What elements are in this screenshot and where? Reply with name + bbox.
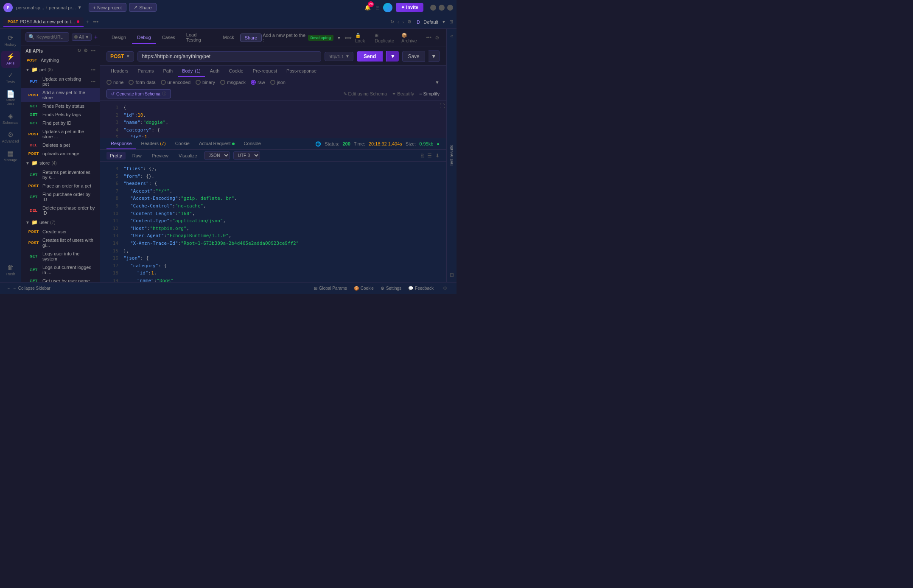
- sidebar-item-share-docs[interactable]: 📄 Share Docs: [1, 88, 20, 109]
- env-refresh-icon[interactable]: ↻: [390, 19, 394, 25]
- group-pet[interactable]: ▼ 📁 pet (8) •••: [21, 64, 100, 75]
- api-item-post-pet[interactable]: POST Add a new pet to the store: [21, 88, 100, 102]
- method-select[interactable]: POST ▼: [106, 51, 134, 62]
- layout-panel-icon[interactable]: ⊟: [447, 269, 456, 280]
- maximize-button[interactable]: [439, 5, 445, 11]
- invite-button[interactable]: ✦ Invite: [396, 3, 423, 12]
- refresh-icon[interactable]: ↻: [77, 48, 81, 53]
- format-pretty[interactable]: Pretty: [106, 152, 126, 160]
- filter-badge[interactable]: All ▼: [72, 34, 92, 41]
- radio-urlencoded[interactable]: urlencoded: [161, 80, 190, 85]
- user-avatar[interactable]: [383, 3, 392, 12]
- more-options-icon[interactable]: •••: [426, 35, 431, 41]
- collapse-sidebar-button[interactable]: ← ← Collapse Sidebar: [7, 286, 50, 291]
- settings-small-icon[interactable]: ⚙: [84, 48, 88, 53]
- radio-raw[interactable]: raw: [251, 80, 265, 85]
- save-button[interactable]: Save: [402, 51, 425, 62]
- group-store[interactable]: ▼ 📁 store (4): [21, 158, 100, 168]
- resp-tab-console[interactable]: Console: [240, 138, 265, 149]
- api-item-post-image[interactable]: POST uploads an image: [21, 149, 100, 158]
- global-params-button[interactable]: ⊞ Global Params: [314, 286, 347, 291]
- api-item-get-pet-id[interactable]: GET Find pet by ID: [21, 119, 100, 127]
- copy-icon[interactable]: ⎘: [421, 153, 424, 159]
- radio-binary[interactable]: binary: [196, 80, 215, 85]
- breadcrumb-project[interactable]: personal pr...: [49, 5, 76, 10]
- format-preview[interactable]: Preview: [148, 152, 172, 160]
- url-input[interactable]: [137, 51, 322, 62]
- active-tab[interactable]: POST POST Add a new pet to t...: [3, 17, 84, 27]
- env-badge[interactable]: Developing: [308, 35, 334, 41]
- tab-path[interactable]: Path: [159, 66, 177, 77]
- api-item-post-users-list[interactable]: POST Creates list of users with gi...: [21, 236, 100, 249]
- breadcrumb-workspace[interactable]: personal sp...: [16, 5, 44, 10]
- sidebar-add-button[interactable]: +: [94, 34, 98, 40]
- api-item-get-login[interactable]: GET Logs user into the system: [21, 249, 100, 263]
- cookie-button[interactable]: 🍪 Cookie: [354, 286, 374, 291]
- item-more-icon[interactable]: •••: [91, 79, 95, 84]
- api-item-get-logout[interactable]: GET Logs out current logged in ...: [21, 263, 100, 277]
- new-tab-button[interactable]: +: [84, 17, 91, 27]
- minimize-button[interactable]: [430, 5, 436, 11]
- api-item-get-order[interactable]: GET Find purchase order by ID: [21, 190, 100, 204]
- lock-btn[interactable]: 🔒 Lock: [355, 33, 371, 43]
- http-version-select[interactable]: http/1.1 ▼: [325, 52, 353, 61]
- encoding-select[interactable]: JSON: [204, 151, 230, 160]
- expand-button[interactable]: ⛶: [440, 102, 445, 110]
- send-dropdown-button[interactable]: ▼: [386, 51, 399, 62]
- generate-schema-button[interactable]: ↺ Generate from Schema ⓘ: [106, 89, 171, 98]
- edit-schema-button[interactable]: ✎ Edit using Schema: [343, 91, 387, 97]
- sidebar-item-trash[interactable]: 🗑 Trash: [1, 262, 20, 279]
- sidebar-item-tests[interactable]: ✓ Tests: [1, 70, 20, 87]
- new-project-button[interactable]: + New project: [89, 3, 127, 12]
- sidebar-item-manage[interactable]: ▦ Manage: [1, 148, 20, 165]
- tab-body[interactable]: Body (1): [178, 66, 205, 77]
- beautify-button[interactable]: ✦ Beautify: [392, 91, 414, 97]
- api-item-get-pets-tags[interactable]: GET Finds Pets by tags: [21, 110, 100, 119]
- env-select[interactable]: Default: [423, 20, 438, 25]
- download-icon[interactable]: ⬇: [435, 153, 440, 159]
- resp-tab-cookie[interactable]: Cookie: [171, 138, 194, 149]
- api-item-get-pets-status[interactable]: GET Finds Pets by status: [21, 102, 100, 110]
- sidebar-item-history[interactable]: ⟳ History: [1, 32, 20, 49]
- api-item-put-pet[interactable]: PUT Update an existing pet •••: [21, 75, 100, 88]
- bottom-settings-icon[interactable]: ⚙: [440, 283, 450, 294]
- archive-btn[interactable]: 📦 Archive: [401, 33, 423, 43]
- sidebar-item-apis[interactable]: ⚡ APIs: [1, 51, 20, 68]
- sidebar-item-advanced[interactable]: ⚙ Advanced: [1, 129, 20, 146]
- layout-options-icon[interactable]: ⊞: [449, 19, 453, 25]
- group-more-icon[interactable]: •••: [91, 67, 95, 72]
- send-button[interactable]: Send: [357, 51, 383, 62]
- tab-auth[interactable]: Auth: [206, 66, 224, 77]
- notification-bell[interactable]: 🔔 28: [363, 3, 372, 12]
- list-icon[interactable]: ☰: [427, 153, 432, 159]
- resp-tab-actual-request[interactable]: Actual Request: [195, 138, 239, 149]
- radio-msgpack[interactable]: msgpack: [220, 80, 246, 85]
- format-visualize[interactable]: Visualize: [175, 152, 201, 160]
- api-item-get-user[interactable]: GET Get user by user name: [21, 277, 100, 282]
- layout-icon[interactable]: ⊟: [375, 5, 380, 11]
- tab-debug[interactable]: Debug: [132, 31, 156, 44]
- test-results-tab[interactable]: Test results: [448, 42, 456, 269]
- settings-panel-icon[interactable]: ⚙: [435, 35, 440, 41]
- content-type-dropdown[interactable]: ▼: [435, 80, 440, 85]
- workspace-avatar[interactable]: P: [3, 3, 13, 12]
- resp-tab-headers[interactable]: Headers (7): [137, 138, 170, 149]
- env-back-icon[interactable]: ‹: [398, 20, 399, 25]
- api-item-anything[interactable]: POST Anything: [21, 56, 100, 64]
- close-button[interactable]: [447, 5, 453, 11]
- search-box[interactable]: 🔍: [25, 32, 69, 42]
- format-raw[interactable]: Raw: [129, 152, 145, 160]
- collapse-right-icon[interactable]: «: [448, 31, 456, 42]
- tab-headers[interactable]: Headers: [106, 66, 133, 77]
- save-dropdown-button[interactable]: ▼: [428, 50, 440, 62]
- tab-mock[interactable]: Mock: [218, 31, 239, 44]
- env-forward-icon[interactable]: ›: [403, 20, 404, 25]
- share-button[interactable]: ↗ Share: [129, 3, 156, 12]
- api-item-del-pet[interactable]: DEL Deletes a pet: [21, 141, 100, 149]
- api-item-post-order[interactable]: POST Place an order for a pet: [21, 182, 100, 190]
- env-caret[interactable]: ▼: [337, 36, 341, 40]
- tab-pre-request[interactable]: Pre-request: [249, 66, 281, 77]
- sidebar-item-schemas[interactable]: ◈ Schemas: [1, 110, 20, 127]
- group-user[interactable]: ▼ 📁 user (7): [21, 217, 100, 227]
- tab-share[interactable]: Share: [240, 34, 262, 42]
